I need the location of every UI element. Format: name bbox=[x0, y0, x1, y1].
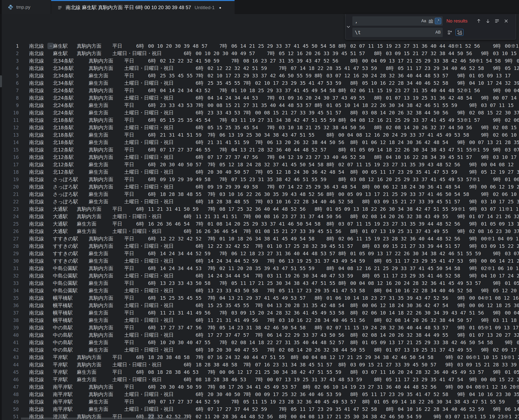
code-line[interactable]: 49南北線南平岸駅麻生方面平日6時07 17 27 37 44 52 597時0… bbox=[0, 398, 519, 405]
code-line[interactable]: 3南北線北34条駅真駒内方面平日6時02 12 22 32 41 50 597時… bbox=[0, 57, 519, 64]
code-line[interactable]: 24南北線大通駅真駒内方面土曜日・日曜日・祝日6時11 21 31 41 517… bbox=[0, 213, 519, 220]
code-cell: 02 11 20 28 35 39 43 47 51 55 59 bbox=[220, 265, 315, 272]
code-line[interactable]: 23南北線大通駅真駒内方面平日6時11 21 31 41 50 597時08 1… bbox=[0, 205, 519, 213]
code-line[interactable]: 43南北線平岸駅真駒内方面平日6時18 28 38 48 587時07 16 2… bbox=[0, 354, 519, 361]
code-line[interactable]: 22南北線さっぽろ駅麻生方面土曜日・日曜日・祝日6時18 28 38 48 55… bbox=[0, 198, 519, 205]
code-cell: 03 09 15 21 27 33 39 45 50 57 bbox=[350, 361, 436, 368]
code-line[interactable]: 32南北線中島公園駅真駒内方面土曜日・日曜日・祝日6時14 24 34 44 5… bbox=[0, 272, 519, 279]
line-number: 5 bbox=[0, 72, 19, 79]
code-line[interactable]: 11南北線北18条駅真駒内方面平日6時05 15 25 35 45 547時03… bbox=[0, 116, 519, 124]
code-line[interactable]: 41南北線中の島駅麻生方面平日6時10 20 30 40 47 557時02 0… bbox=[0, 339, 519, 346]
editor[interactable]: 1南北線→麻生駅真駒内方面平日6時00 10 20 30 39 48 577時0… bbox=[0, 14, 519, 420]
code-cell: 麻生方面 bbox=[89, 190, 108, 198]
replace-button[interactable] bbox=[446, 29, 453, 36]
code-cell: 8時 bbox=[350, 228, 358, 235]
code-line[interactable]: 28南北線すすきの駅真駒内方面土曜日・日曜日・祝日6時12 22 32 42 5… bbox=[0, 242, 519, 250]
code-cell: 南北線 bbox=[29, 124, 44, 131]
find-next-button[interactable] bbox=[484, 18, 491, 24]
code-cell: 北34条駅 bbox=[53, 57, 74, 64]
whole-word-button[interactable]: ab bbox=[428, 18, 434, 24]
code-cell: 9時 bbox=[469, 205, 477, 213]
code-line[interactable]: 2南北線麻生駅真駒内方面土曜日・日曜日・祝日6時00 10 20 30 40 4… bbox=[0, 50, 519, 57]
code-line[interactable]: 6南北線北34条駅麻生方面土曜日・日曜日・祝日6時25 35 45 557時02… bbox=[0, 79, 519, 87]
left-scroll-indicator[interactable] bbox=[0, 75, 2, 87]
code-cell: 7時 bbox=[255, 331, 263, 339]
code-line[interactable]: 37南北線幌平橋駅麻生方面平日6時11 21 31 41 49 567時03 0… bbox=[0, 309, 519, 316]
code-line[interactable]: 1南北線→麻生駅真駒内方面平日6時00 10 20 30 39 48 577時0… bbox=[0, 42, 519, 50]
find-input[interactable]: , Aa ab .* bbox=[352, 16, 443, 26]
code-line[interactable]: 5南北線北34条駅麻生方面平日6時25 35 45 557時02 10 17 2… bbox=[0, 72, 519, 79]
line-number: 29 bbox=[0, 250, 19, 257]
code-line[interactable]: 18南北線北12条駅麻生方面土曜日・日曜日・祝日6時20 30 40 50 57… bbox=[0, 168, 519, 176]
code-cell: 8時 bbox=[326, 220, 334, 228]
tab-description: Untitled-1 bbox=[195, 5, 215, 10]
code-line[interactable]: 25南北線大通駅麻生方面平日6時16 26 36 46 547時01 08 14… bbox=[0, 220, 519, 228]
code-line[interactable]: 45南北線平岸駅麻生方面平日6時08 18 28 38 46 537時00 06… bbox=[0, 368, 519, 376]
code-cell: 真駒内方面 bbox=[89, 116, 113, 124]
code-line[interactable]: 15南北線北12条駅真駒内方面平日6時07 17 27 37 46 557時04… bbox=[0, 146, 519, 153]
code-line[interactable]: 38南北線幌平橋駅麻生方面土曜日・日曜日・祝日6時11 21 31 41 49 … bbox=[0, 316, 519, 324]
code-line[interactable]: 34南北線中島公園駅麻生方面土曜日・日曜日・祝日6時13 23 33 43 50… bbox=[0, 287, 519, 294]
code-line[interactable]: 33南北線中島公園駅麻生方面平日6時13 23 33 43 50 587時05 … bbox=[0, 279, 519, 287]
code-cell: 平日 bbox=[112, 205, 122, 213]
code-line[interactable]: 39南北線中の島駅真駒内方面平日6時17 27 37 47 567時05 14 … bbox=[0, 324, 519, 331]
code-line[interactable]: 16南北線北12条駅真駒内方面土曜日・日曜日・祝日6時07 17 27 37 4… bbox=[0, 153, 519, 161]
code-cell: 南北線 bbox=[29, 116, 44, 124]
code-line[interactable]: 9南北線北24条駅麻生方面平日6時23 33 43 537時00 08 15 2… bbox=[0, 102, 519, 109]
close-find-button[interactable] bbox=[503, 18, 510, 24]
code-line[interactable]: 14南北線北18条駅麻生方面土曜日・日曜日・祝日6時21 31 41 51 59… bbox=[0, 139, 519, 146]
code-cell: 01 07 13 19 25 31 36 42 48 54 bbox=[386, 94, 472, 102]
code-line[interactable]: 10南北線北24条駅麻生方面土曜日・日曜日・祝日6時23 33 43 537時0… bbox=[0, 109, 519, 116]
tab-active-untitled[interactable]: 南北線 麻生駅 真駒内方面 平日 6時 00 10 20 30 39 48 57… bbox=[51, 0, 235, 14]
code-cell: 麻生方面 bbox=[77, 368, 97, 376]
code-line[interactable]: 50南北線南平岸駅麻生方面土曜日・日曜日・祝日6時07 17 27 37 44 … bbox=[0, 405, 519, 413]
code-line[interactable]: 19南北線さっぽろ駅真駒内方面平日6時09 19 29 39 49 587時07… bbox=[0, 176, 519, 183]
code-cell: 00 05 11 17 23 29 35 41 47 53 59 bbox=[362, 168, 457, 176]
code-cell: 06 13 20 26 32 38 44 50 56 bbox=[267, 139, 344, 146]
code-line[interactable]: 36南北線幌平橋駅真駒内方面土曜日・日曜日・祝日6時15 25 35 45 55… bbox=[0, 302, 519, 309]
code-line[interactable]: 8南北線北24条駅真駒内方面土曜日・日曜日・祝日6時04 14 24 34 44… bbox=[0, 94, 519, 102]
code-line[interactable]: 21南北線さっぽろ駅麻生方面平日6時18 28 38 48 557時03 10 … bbox=[0, 190, 519, 198]
code-line[interactable]: 46南北線平岸駅麻生方面土曜日・日曜日・祝日6時08 18 28 38 46 5… bbox=[0, 376, 519, 383]
code-cell: 06 13 19 25 30 34 38 43 47 51 55 bbox=[220, 131, 315, 139]
code-line[interactable]: 44南北線平岸駅真駒内方面土曜日・日曜日・祝日6時18 28 38 48 587… bbox=[0, 361, 519, 368]
code-line[interactable]: 29南北線すすきの駅麻生方面平日6時14 24 34 44 52 597時06 … bbox=[0, 250, 519, 257]
code-line[interactable]: 30南北線すすきの駅麻生方面土曜日・日曜日・祝日6時14 24 34 44 52… bbox=[0, 257, 519, 265]
code-line[interactable]: 17南北線北12条駅麻生方面平日6時20 30 40 50 577時05 12 … bbox=[0, 161, 519, 168]
code-cell: 00 04 09 13 17 21 25 29 33 38 42 46 50※1… bbox=[362, 57, 501, 64]
code-cell: 南北線 bbox=[29, 57, 44, 64]
code-line[interactable]: 31南北線中島公園駅真駒内方面平日6時14 24 34 44 537時02 11… bbox=[0, 265, 519, 272]
code-cell: 00 10 20 30 40 49 57 bbox=[196, 50, 255, 57]
code-cell: 6時 bbox=[184, 361, 192, 368]
code-line[interactable]: 7南北線北24条駅真駒内方面平日6時04 14 24 34 43 527時01 … bbox=[0, 87, 519, 94]
code-line[interactable]: 35南北線幌平橋駅真駒内方面平日6時15 25 35 45 557時04 13 … bbox=[0, 294, 519, 302]
code-line[interactable]: 12南北線北18条駅真駒内方面土曜日・日曜日・祝日6時05 15 25 35 4… bbox=[0, 124, 519, 131]
code-line[interactable]: 48南北線南平岸駅真駒内方面土曜日・日曜日・祝日6時20 30 40 507時0… bbox=[0, 391, 519, 398]
replace-all-button[interactable] bbox=[456, 29, 463, 36]
code-cell: 南北線 bbox=[29, 139, 44, 146]
replace-input[interactable]: \t AB bbox=[352, 28, 443, 37]
horizontal-scrollbar-thumb[interactable] bbox=[21, 418, 188, 420]
code-line[interactable]: 27南北線すすきの駅真駒内方面平日6時12 22 32 42 527時01 10… bbox=[0, 235, 519, 242]
find-previous-button[interactable] bbox=[475, 18, 482, 24]
toggle-replace-button[interactable] bbox=[345, 14, 351, 39]
code-line[interactable]: 47南北線南平岸駅真駒内方面平日6時20 30 40 50 597時08 17 … bbox=[0, 383, 519, 391]
regex-button[interactable]: .* bbox=[435, 18, 441, 24]
dirty-indicator[interactable]: ● bbox=[219, 5, 221, 10]
find-in-selection-button[interactable] bbox=[494, 18, 500, 24]
code-line[interactable]: 20南北線さっぽろ駅真駒内方面土曜日・日曜日・祝日6時09 19 29 39 4… bbox=[0, 183, 519, 190]
match-case-button[interactable]: Aa bbox=[420, 18, 427, 24]
code-cell: 麻生駅 bbox=[53, 50, 68, 57]
code-line[interactable]: 4南北線北34条駅真駒内方面土曜日・日曜日・祝日6時02 12 22 32 42… bbox=[0, 64, 519, 72]
code-cell: 8時 bbox=[386, 405, 394, 413]
code-line[interactable]: 13南北線北18条駅麻生方面平日6時21 31 41 51 597時06 13 … bbox=[0, 131, 519, 139]
code-line[interactable]: 26南北線大通駅麻生方面土曜日・日曜日・祝日6時16 26 36 46 547時… bbox=[0, 228, 519, 235]
code-line[interactable]: 42南北線中の島駅麻生方面土曜日・日曜日・祝日6時10 20 30 40 47 … bbox=[0, 346, 519, 354]
line-number: 38 bbox=[0, 316, 19, 324]
tab-tmp-py[interactable]: tmp.py bbox=[2, 0, 51, 14]
code-cell: 05 11 17 21 25 30 34 38 43 47 51 55 bbox=[231, 279, 335, 287]
code-line[interactable]: 40南北線中の島駅真駒内方面土曜日・日曜日・祝日6時17 27 37 47 57… bbox=[0, 331, 519, 339]
code-cell: 平日 bbox=[124, 102, 134, 109]
code-cell: 04 10 16 23 30 35 41 bbox=[469, 391, 519, 398]
preserve-case-button[interactable]: AB bbox=[435, 29, 441, 36]
